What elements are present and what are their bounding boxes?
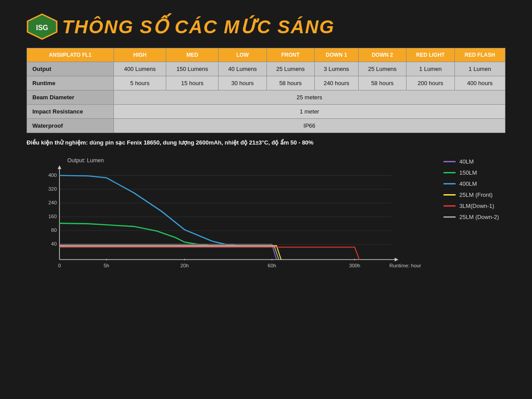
y-tick-80: 80 [51,227,57,233]
output-down1: 3 Lumens [314,62,358,76]
chart-svg: Output: Lumen 400 320 240 160 80 40 [27,154,434,278]
x-tick-5h: 5h [104,263,110,268]
legend-label-3lm-down1: 3LM(Down-1) [459,203,494,209]
legend-label-25lm-front: 25LM (Front) [459,192,493,198]
output-high: 400 Lumens [113,62,166,76]
legend-item-25lm-down2: 25LM (Down-2) [443,214,505,220]
output-label: Output [27,62,114,76]
y-tick-240: 240 [48,200,57,205]
x-tick-0: 0 [58,263,61,268]
legend-item-400lm: 400LM [443,180,505,187]
chart-legend: 40LM 150LM 400LM 25LM (Front) 3LM(Down-1… [434,154,505,220]
line-150lm [59,223,207,245]
runtime-chart: Output: Lumen 400 320 240 160 80 40 [27,154,434,278]
col-header-low: LOW [219,48,266,62]
x-tick-60h: 60h [268,263,276,268]
runtime-high: 5 hours [113,76,166,90]
page-title: THÔNG SỐ CÁC MỨC SÁNG [62,16,335,38]
x-tick-20h: 20h [180,263,189,268]
svg-marker-9 [58,165,61,169]
output-redflash: 1 Lumen [454,62,505,76]
title-area: ISG THÔNG SỐ CÁC MỨC SÁNG [27,13,505,40]
runtime-redlight: 200 hours [407,76,455,90]
impact-value: 1 meter [113,105,505,119]
legend-item-40lm: 40LM [443,158,505,165]
col-header-down2: DOWN 2 [358,48,406,62]
runtime-redflash: 400 hours [454,76,505,90]
table-row: Runtime 5 hours 15 hours 30 hours 58 hou… [27,76,505,90]
table-row: Beam Diameter 25 meters [27,90,505,105]
y-tick-40: 40 [51,241,57,246]
y-tick-160: 160 [48,214,57,219]
line-25lm-down2 [59,246,279,259]
legend-item-150lm: 150LM [443,169,505,176]
col-header-redflash: RED FLASH [454,48,505,62]
specs-table: ANSI/PLATO FL1 HIGH MED LOW FRONT DOWN 1… [27,48,505,133]
svg-marker-11 [395,258,398,261]
test-condition: Điều kiện thử nghiệm: dùng pin sạc Fenix… [27,139,505,146]
y-tick-400: 400 [48,172,57,178]
y-tick-320: 320 [48,186,57,192]
legend-line-40lm [443,161,456,162]
output-front: 25 Lumens [266,62,314,76]
chart-area: Output: Lumen 400 320 240 160 80 40 [27,154,434,278]
output-down2: 25 Lumens [358,62,406,76]
chart-container: Output: Lumen 400 320 240 160 80 40 [27,154,505,278]
beam-value: 25 meters [113,90,505,105]
table-row: Waterproof IP66 [27,119,505,133]
line-400lm [59,176,235,245]
runtime-down1: 240 hours [314,76,358,90]
impact-label: Impact Resistance [27,105,114,119]
waterproof-label: Waterproof [27,119,114,133]
line-25lm-front [59,246,281,259]
output-low: 40 Lumens [219,62,266,76]
legend-label-400lm: 400LM [459,180,477,187]
legend-item-25lm-front: 25LM (Front) [443,192,505,198]
beam-label: Beam Diameter [27,90,114,105]
logo-icon: ISG [27,13,58,40]
legend-line-150lm [443,172,456,173]
col-header-front: FRONT [266,48,314,62]
legend-label-25lm-down2: 25LM (Down-2) [459,214,499,220]
output-redlight: 1 Lumen [407,62,455,76]
y-axis-label: Output: Lumen [67,157,104,164]
table-row: Impact Resistance 1 meter [27,105,505,119]
legend-line-400lm [443,183,456,184]
legend-label-40lm: 40LM [459,158,474,165]
runtime-down2: 58 hours [358,76,406,90]
line-3lm-down1 [59,247,359,260]
legend-line-3lm-down1 [443,205,456,207]
legend-label-150lm: 150LM [459,169,477,176]
svg-text:ISG: ISG [36,24,48,31]
legend-item-3lm-down1: 3LM(Down-1) [443,203,505,209]
legend-line-25lm-front [443,194,456,196]
waterproof-value: IP66 [113,119,505,133]
col-header-high: HIGH [113,48,166,62]
runtime-front: 58 hours [266,76,314,90]
table-row: Output 400 Lumens 150 Lumens 40 Lumens 2… [27,62,505,76]
x-tick-300h: 300h [349,263,360,268]
runtime-med: 15 hours [166,76,219,90]
col-header-redlight: RED LIGHT [407,48,455,62]
col-header-med: MED [166,48,219,62]
col-header-down1: DOWN 1 [314,48,358,62]
legend-line-25lm-down2 [443,216,456,218]
output-med: 150 Lumens [166,62,219,76]
x-axis-label: Runtime: hour [389,263,421,268]
col-header-label: ANSI/PLATO FL1 [27,48,114,62]
runtime-low: 30 hours [219,76,266,90]
runtime-label: Runtime [27,76,114,90]
